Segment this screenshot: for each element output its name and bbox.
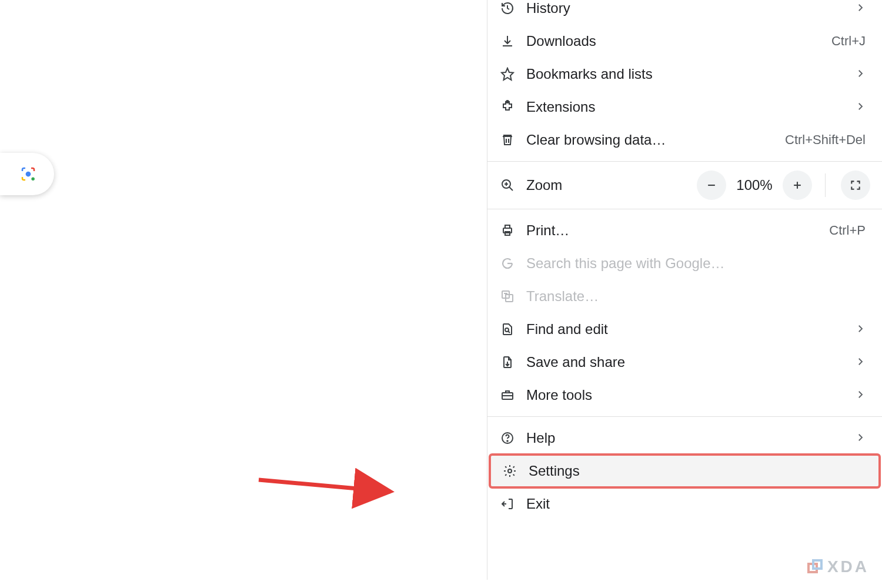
chevron-right-icon: [855, 99, 866, 115]
menu-item-bookmarks[interactable]: Bookmarks and lists: [487, 58, 882, 91]
find-in-page-icon: [500, 322, 526, 336]
svg-line-17: [509, 332, 510, 333]
svg-point-1: [31, 177, 35, 181]
xda-logo-icon: [807, 559, 823, 574]
print-icon: [500, 223, 526, 238]
menu-item-label: History: [526, 0, 855, 16]
menu-item-label: Extensions: [526, 99, 855, 115]
menu-item-label: Save and share: [526, 354, 855, 370]
menu-item-label: Bookmarks and lists: [526, 66, 855, 82]
svg-rect-12: [505, 225, 510, 228]
chevron-right-icon: [855, 387, 866, 403]
xda-watermark: XDA: [807, 557, 869, 576]
svg-point-0: [26, 172, 31, 177]
help-icon: [500, 431, 526, 445]
chevron-right-icon: [855, 321, 866, 338]
menu-item-label: Exit: [526, 496, 866, 512]
menu-item-more-tools[interactable]: More tools: [487, 379, 882, 412]
zoom-level: 100%: [736, 177, 773, 193]
translate-icon: [500, 289, 526, 303]
google-g-icon: [500, 256, 526, 270]
menu-item-extensions[interactable]: Extensions: [487, 91, 882, 123]
menu-item-print[interactable]: Print… Ctrl+P: [487, 214, 882, 247]
menu-item-exit[interactable]: Exit: [487, 487, 882, 520]
toolbox-icon: [500, 388, 526, 402]
star-icon: [500, 67, 526, 81]
menu-separator: [487, 416, 882, 417]
menu-item-label: Find and edit: [526, 321, 855, 338]
chrome-overflow-menu: History Downloads Ctrl+J Bookmarks and l…: [487, 0, 882, 580]
chevron-right-icon: [855, 354, 866, 370]
menu-item-search-with-google: Search this page with Google…: [487, 247, 882, 280]
download-icon: [500, 34, 526, 48]
menu-item-help[interactable]: Help: [487, 422, 882, 455]
menu-item-history[interactable]: History: [487, 0, 882, 25]
annotation-arrow: [255, 463, 402, 510]
menu-item-label: Print…: [526, 222, 822, 239]
google-lens-pill[interactable]: [0, 153, 54, 195]
menu-item-find-and-edit[interactable]: Find and edit: [487, 313, 882, 346]
menu-item-shortcut: Ctrl+Shift+Del: [785, 132, 866, 148]
menu-item-clear-browsing-data[interactable]: Clear browsing data… Ctrl+Shift+Del: [487, 123, 882, 156]
file-download-icon: [500, 355, 526, 369]
menu-item-settings[interactable]: Settings: [490, 455, 880, 487]
menu-item-label: Search this page with Google…: [526, 255, 866, 272]
chevron-right-icon: [855, 0, 866, 16]
svg-line-5: [509, 187, 513, 191]
menu-item-label: Clear browsing data…: [526, 132, 778, 148]
menu-item-label: Downloads: [526, 33, 824, 49]
trash-icon: [500, 133, 526, 147]
gear-icon: [503, 464, 529, 478]
menu-item-zoom: Zoom 100%: [487, 166, 882, 204]
zoom-in-icon: [500, 178, 526, 192]
menu-item-label: Zoom: [526, 177, 697, 193]
menu-item-translate: Translate…: [487, 280, 882, 313]
menu-item-save-and-share[interactable]: Save and share: [487, 346, 882, 379]
fullscreen-button[interactable]: [841, 171, 870, 200]
svg-marker-2: [502, 68, 513, 80]
menu-item-label: Settings: [529, 463, 863, 479]
google-lens-icon: [19, 165, 37, 183]
puzzle-icon: [500, 100, 526, 114]
menu-item-downloads[interactable]: Downloads Ctrl+J: [487, 25, 882, 58]
svg-point-21: [508, 469, 512, 473]
svg-point-16: [505, 328, 509, 332]
chevron-right-icon: [855, 430, 866, 446]
menu-item-shortcut: Ctrl+P: [829, 223, 866, 238]
watermark-text: XDA: [827, 557, 869, 576]
menu-item-label: Help: [526, 430, 855, 446]
menu-item-shortcut: Ctrl+J: [831, 34, 866, 49]
history-icon: [500, 1, 526, 15]
menu-item-label: More tools: [526, 387, 855, 403]
separator: [825, 173, 826, 197]
menu-separator: [487, 161, 882, 162]
chevron-right-icon: [855, 66, 866, 82]
zoom-out-button[interactable]: [697, 171, 726, 200]
menu-separator: [487, 209, 882, 209]
exit-icon: [500, 497, 526, 511]
svg-point-20: [507, 440, 508, 442]
svg-line-22: [259, 480, 390, 492]
menu-item-label: Translate…: [526, 288, 866, 305]
zoom-in-button[interactable]: [783, 171, 812, 200]
